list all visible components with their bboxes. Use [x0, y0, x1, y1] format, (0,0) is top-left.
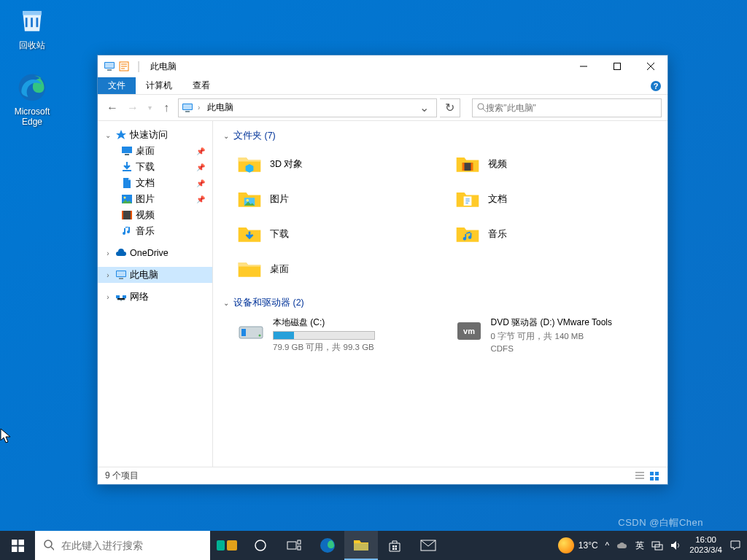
svg-rect-15 [122, 147, 132, 153]
svg-rect-17 [123, 170, 131, 171]
network-icon [115, 291, 127, 303]
ribbon-help-icon[interactable]: ? [650, 77, 667, 94]
taskbar-search-input[interactable] [61, 540, 201, 551]
recycle-bin[interactable]: 回收站 [4, 4, 60, 52]
svg-rect-50 [217, 540, 225, 551]
up-button[interactable]: ↑ [158, 99, 175, 117]
nav-desktop[interactable]: 桌面📌 [98, 143, 212, 159]
svg-rect-13 [185, 111, 190, 112]
address-row: ← → ▾ ↑ › 此电脑 ⌄ ↻ [98, 95, 667, 121]
cursor-icon [0, 428, 13, 444]
tray-clock[interactable]: 16:002023/3/4 [689, 535, 722, 556]
folder-3dobjects[interactable]: 3D 对象 [236, 149, 440, 179]
taskview-button[interactable] [277, 531, 311, 560]
drive-c-bar [273, 331, 375, 340]
back-button[interactable]: ← [104, 99, 121, 117]
tb-mail[interactable] [411, 531, 445, 560]
svg-point-37 [259, 335, 261, 337]
drive-d[interactable]: vm DVD 驱动器 (D:) VMware Tools 0 字节 可用，共 1… [454, 316, 658, 353]
folder-documents[interactable]: 文档 [454, 184, 658, 214]
view-details-icon[interactable] [634, 470, 646, 482]
nav-thispc[interactable]: ›此电脑 [98, 267, 212, 283]
addr-crumb-thispc[interactable]: 此电脑 [204, 100, 236, 115]
drive-c[interactable]: 本地磁盘 (C:) 79.9 GB 可用，共 99.3 GB [236, 316, 440, 353]
folder-desktop[interactable]: 桌面 [236, 254, 440, 284]
folder-music[interactable]: 音乐 [454, 219, 658, 249]
status-bar: 9 个项目 [98, 467, 667, 484]
addr-dropdown[interactable]: ⌄ [415, 101, 433, 114]
cortana-button[interactable] [244, 531, 277, 560]
svg-rect-6 [107, 69, 112, 71]
svg-rect-41 [650, 472, 654, 475]
taskbar-widget[interactable] [210, 531, 244, 560]
recycle-label: 回收站 [19, 39, 45, 52]
start-button[interactable] [0, 531, 35, 560]
nav-network[interactable]: ›网络 [98, 289, 212, 305]
svg-rect-24 [117, 271, 125, 276]
svg-rect-25 [119, 278, 123, 279]
folder-icon [454, 186, 481, 212]
addr-thispc-icon [182, 102, 193, 114]
folder-videos[interactable]: 视频 [454, 149, 658, 179]
nav-onedrive[interactable]: ›OneDrive [98, 245, 212, 261]
svg-rect-51 [227, 540, 237, 551]
svg-rect-20 [122, 211, 132, 219]
nav-quick-access[interactable]: ⌄快速访问 [98, 127, 212, 143]
folder-icon [236, 186, 263, 212]
tab-computer[interactable]: 计算机 [136, 77, 182, 94]
close-button[interactable] [634, 55, 667, 77]
group-drives[interactable]: ⌄设备和驱动器 (2) [223, 297, 657, 309]
folder-icon [236, 151, 263, 177]
ribbon-tabs: 文件 计算机 查看 ? [98, 77, 667, 95]
tb-explorer[interactable] [344, 531, 378, 560]
tab-view[interactable]: 查看 [182, 77, 220, 94]
pin-icon: 📌 [196, 179, 205, 187]
titlebar[interactable]: | 此电脑 [98, 55, 667, 77]
svg-point-32 [247, 199, 249, 202]
qat-props-icon[interactable] [118, 61, 130, 72]
minimize-button[interactable] [567, 55, 600, 77]
action-center-icon[interactable] [729, 540, 741, 551]
svg-rect-26 [116, 295, 120, 298]
maximize-button[interactable] [600, 55, 634, 77]
ime-indicator[interactable]: 英 [635, 540, 644, 552]
nav-pictures[interactable]: 图片📌 [98, 191, 212, 207]
nav-documents[interactable]: 文档📌 [98, 175, 212, 191]
search-box[interactable] [472, 98, 662, 117]
folder-icon [454, 221, 481, 247]
nav-videos[interactable]: 视频 [98, 207, 212, 223]
recent-dropdown[interactable]: ▾ [144, 99, 155, 117]
nav-music[interactable]: 音乐 [98, 223, 212, 239]
svg-rect-60 [395, 548, 398, 551]
group-folders[interactable]: ⌄文件夹 (7) [223, 130, 657, 142]
tb-edge[interactable] [311, 531, 344, 560]
tray-overflow[interactable]: ^ [605, 540, 610, 551]
refresh-button[interactable]: ↻ [440, 98, 460, 117]
explorer-window: | 此电脑 文件 计算机 查看 ? ← → ▾ ↑ › 此电脑 ⌄ ↻ [97, 55, 668, 485]
drive-c-sub: 79.9 GB 可用，共 99.3 GB [273, 342, 440, 353]
search-input[interactable] [486, 103, 657, 113]
nav-downloads[interactable]: 下载📌 [98, 159, 212, 175]
tb-store[interactable] [378, 531, 411, 560]
svg-rect-45 [12, 540, 18, 545]
edge-label: Microsoft Edge [4, 106, 60, 127]
svg-rect-53 [287, 542, 296, 549]
forward-button[interactable]: → [124, 99, 142, 117]
tray-network-icon[interactable] [651, 540, 663, 551]
edge-shortcut[interactable]: Microsoft Edge [4, 71, 60, 127]
view-tiles-icon[interactable] [649, 470, 660, 482]
music-icon [121, 225, 133, 237]
address-bar[interactable]: › 此电脑 ⌄ [178, 98, 437, 117]
folder-downloads[interactable]: 下载 [236, 219, 440, 249]
taskbar-search[interactable] [35, 531, 210, 560]
tab-file[interactable]: 文件 [98, 77, 136, 94]
dvd-icon: vm [454, 316, 484, 346]
tray-volume-icon[interactable] [670, 540, 682, 551]
folder-pictures[interactable]: 图片 [236, 184, 440, 214]
weather-widget[interactable]: 13°C [558, 537, 598, 553]
svg-point-14 [478, 104, 484, 109]
pin-icon: 📌 [196, 195, 205, 203]
svg-point-52 [255, 540, 266, 551]
drive-d-sub1: 0 字节 可用，共 140 MB [491, 331, 658, 342]
tray-onedrive-icon[interactable] [616, 541, 628, 550]
